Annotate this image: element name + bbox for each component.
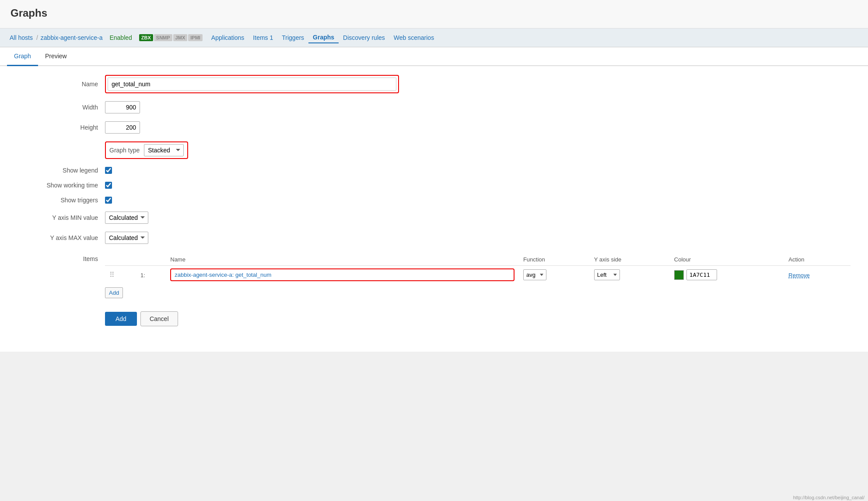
y-axis-min-label: Y axis MIN value	[18, 214, 105, 221]
row-num-cell: 1:	[136, 266, 166, 284]
show-legend-label: Show legend	[18, 167, 105, 174]
function-cell: min avg max all last	[519, 266, 590, 284]
main-content: Name Width Height Graph type Normal Stac…	[0, 66, 868, 352]
height-input[interactable]	[105, 121, 140, 134]
badge-zbx: ZBX	[139, 34, 153, 41]
function-select[interactable]: min avg max all last	[523, 269, 546, 280]
items-content: Name Function Y axis side Colour Action …	[105, 252, 850, 298]
items-table: Name Function Y axis side Colour Action …	[105, 254, 850, 284]
width-input[interactable]	[105, 101, 140, 113]
drag-handle-cell: ⠿	[105, 266, 136, 284]
tab-preview[interactable]: Preview	[38, 47, 74, 66]
nav-tab-web[interactable]: Web scenarios	[389, 32, 438, 43]
buttons-wrap: Add Cancel	[105, 311, 178, 326]
breadcrumb-separator: /	[36, 34, 38, 41]
item-name-input[interactable]	[171, 269, 320, 280]
height-label: Height	[18, 124, 105, 131]
colour-control	[674, 269, 780, 280]
width-control-wrap	[105, 101, 140, 113]
form-row-show-legend: Show legend	[18, 167, 850, 174]
nav-tab-triggers[interactable]: Triggers	[277, 32, 308, 43]
colour-cell	[670, 266, 784, 284]
items-label: Items	[18, 252, 105, 262]
name-field-highlight	[105, 75, 399, 93]
form-buttons-row: Add Cancel	[18, 311, 850, 326]
nav-tab-applications[interactable]: Applications	[207, 32, 249, 43]
form-row-y-axis-max: Y axis MAX value Calculated Fixed Item	[18, 232, 850, 244]
show-working-time-label: Show working time	[18, 182, 105, 189]
nav-tab-graphs[interactable]: Graphs	[308, 32, 339, 43]
form-row-y-axis-min: Y axis MIN value Calculated Fixed Item	[18, 212, 850, 224]
host-badges: ZBX SNMP JMX IPMI	[139, 34, 203, 41]
action-cell: Remove	[784, 266, 850, 284]
nav-all-hosts[interactable]: All hosts	[7, 32, 35, 43]
page-header: Graphs	[0, 0, 868, 28]
graph-type-highlight: Graph type Normal Stacked Pie Exploded	[105, 141, 188, 159]
y-axis-min-control: Calculated Fixed Item	[105, 212, 148, 224]
show-triggers-control	[105, 197, 112, 204]
show-legend-control	[105, 167, 112, 174]
add-item-wrap: Add	[105, 287, 850, 298]
status-enabled: Enabled	[109, 34, 132, 41]
graph-type-select[interactable]: Normal Stacked Pie Exploded	[144, 144, 184, 156]
form-row-show-working-time: Show working time	[18, 182, 850, 189]
remove-link[interactable]: Remove	[788, 272, 809, 279]
item-name-cell	[166, 266, 519, 284]
form-row-width: Width	[18, 101, 850, 113]
y-axis-max-label: Y axis MAX value	[18, 234, 105, 241]
th-num	[136, 254, 166, 266]
tabs-container: Graph Preview	[0, 47, 868, 66]
nav-bar: All hosts / zabbix-agent-service-a Enabl…	[0, 28, 868, 47]
badge-ipmi: IPMI	[188, 34, 203, 41]
th-name: Name	[166, 254, 519, 266]
cancel-button[interactable]: Cancel	[140, 311, 178, 326]
name-label: Name	[18, 81, 105, 88]
form-row-show-triggers: Show triggers	[18, 197, 850, 204]
th-colour: Colour	[670, 254, 784, 266]
form-row-height: Height	[18, 121, 850, 134]
th-action: Action	[784, 254, 850, 266]
item-name-highlight	[170, 268, 514, 281]
th-drag	[105, 254, 136, 266]
show-triggers-checkbox[interactable]	[105, 197, 112, 204]
form-row-graph-type: Graph type Normal Stacked Pie Exploded	[18, 141, 850, 159]
show-working-time-control	[105, 182, 112, 189]
row-number: 1:	[140, 272, 145, 279]
add-button[interactable]: Add	[105, 312, 137, 326]
height-control-wrap	[105, 121, 140, 134]
nav-tab-discovery[interactable]: Discovery rules	[339, 32, 389, 43]
badge-snmp: SNMP	[154, 34, 172, 41]
y-axis-max-select[interactable]: Calculated Fixed Item	[105, 232, 148, 244]
badge-jmx: JMX	[173, 34, 188, 41]
graph-type-label: Graph type	[109, 147, 140, 154]
show-triggers-label: Show triggers	[18, 197, 105, 204]
th-function: Function	[519, 254, 590, 266]
y-axis-side-cell: Left Right	[590, 266, 670, 284]
show-working-time-checkbox[interactable]	[105, 182, 112, 189]
table-row: ⠿ 1: min avg	[105, 266, 850, 284]
form-row-name: Name	[18, 75, 850, 93]
nav-host-name: zabbix-agent-service-a	[39, 32, 105, 43]
colour-swatch[interactable]	[674, 270, 684, 280]
drag-handle-icon[interactable]: ⠿	[109, 271, 115, 279]
width-label: Width	[18, 104, 105, 111]
form-row-items: Items Name Function Y axis side Colour A…	[18, 252, 850, 298]
items-table-body: ⠿ 1: min avg	[105, 266, 850, 284]
th-y-axis-side: Y axis side	[590, 254, 670, 266]
items-table-header: Name Function Y axis side Colour Action	[105, 254, 850, 266]
tab-graph[interactable]: Graph	[7, 47, 38, 66]
y-axis-max-control: Calculated Fixed Item	[105, 232, 148, 244]
y-axis-side-select[interactable]: Left Right	[594, 269, 620, 280]
name-input[interactable]	[108, 78, 396, 91]
nav-tab-items[interactable]: Items 1	[248, 32, 277, 43]
add-item-link[interactable]: Add	[105, 287, 123, 298]
page-title: Graphs	[10, 7, 858, 19]
y-axis-min-select[interactable]: Calculated Fixed Item	[105, 212, 148, 224]
colour-input[interactable]	[686, 269, 717, 280]
show-legend-checkbox[interactable]	[105, 167, 112, 174]
